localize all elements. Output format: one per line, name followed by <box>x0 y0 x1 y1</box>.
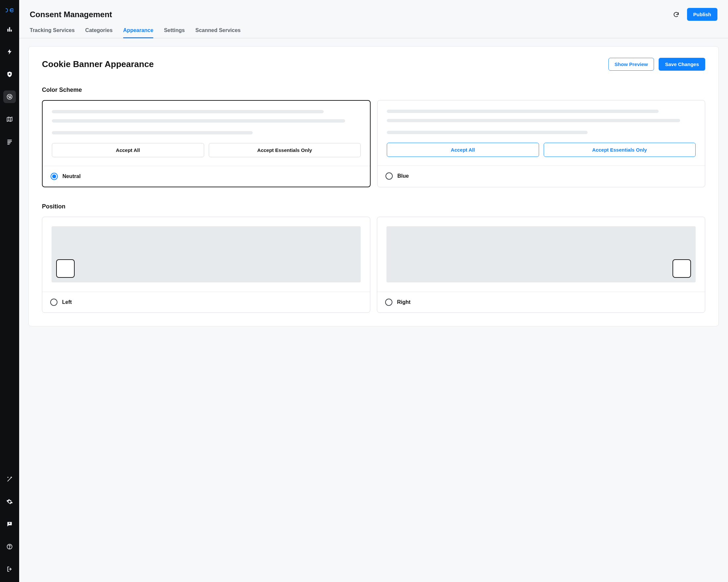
option-label: Neutral <box>62 174 81 179</box>
tab-categories[interactable]: Categories <box>85 27 113 38</box>
option-label: Left <box>62 299 72 305</box>
preview-neutral: Accept All Accept Essentials Only <box>43 101 370 166</box>
section-color-scheme-title: Color Scheme <box>42 86 705 94</box>
radio-left[interactable] <box>50 299 57 306</box>
skeleton-line <box>52 119 345 123</box>
cookie-icon[interactable] <box>3 90 16 103</box>
preview-accept-all: Accept All <box>387 143 539 157</box>
preview-position-right <box>387 226 696 283</box>
svg-point-6 <box>10 96 10 97</box>
page-header: Consent Management Publish <box>19 0 728 21</box>
color-scheme-blue[interactable]: Accept All Accept Essentials Only Blue <box>377 100 705 187</box>
svg-point-7 <box>9 98 9 98</box>
color-scheme-neutral[interactable]: Accept All Accept Essentials Only Neutra… <box>42 100 371 187</box>
option-label: Right <box>397 299 411 305</box>
preview-accept-essentials: Accept Essentials Only <box>209 143 361 157</box>
settings-icon[interactable] <box>3 496 16 508</box>
preview-accept-essentials: Accept Essentials Only <box>544 143 696 157</box>
tab-scanned-services[interactable]: Scanned Services <box>196 27 241 38</box>
skeleton-line <box>52 110 324 113</box>
preview-position-left <box>52 226 361 283</box>
svg-point-4 <box>7 95 12 100</box>
svg-point-5 <box>8 96 9 97</box>
position-left[interactable]: Left <box>42 217 370 313</box>
logout-icon[interactable] <box>3 563 16 575</box>
svg-rect-0 <box>7 29 8 31</box>
tabs: Tracking Services Categories Appearance … <box>19 21 728 38</box>
feedback-icon[interactable] <box>3 518 16 530</box>
preview-accept-all: Accept All <box>52 143 204 157</box>
help-icon[interactable] <box>3 540 16 553</box>
svg-rect-2 <box>10 30 11 32</box>
position-right[interactable]: Right <box>377 217 705 313</box>
show-preview-button[interactable]: Show Preview <box>608 58 654 71</box>
bolt-icon[interactable] <box>3 46 16 58</box>
tab-appearance[interactable]: Appearance <box>123 27 154 38</box>
skeleton-line <box>52 131 253 134</box>
save-changes-button[interactable]: Save Changes <box>659 58 705 71</box>
section-position-title: Position <box>42 203 705 210</box>
tab-tracking-services[interactable]: Tracking Services <box>30 27 75 38</box>
svg-rect-1 <box>9 27 10 31</box>
publish-button[interactable]: Publish <box>687 8 718 21</box>
security-icon[interactable] <box>3 68 16 81</box>
radio-blue[interactable] <box>386 173 393 180</box>
magic-icon[interactable] <box>3 473 16 485</box>
map-icon[interactable] <box>3 113 16 126</box>
preview-box <box>56 259 75 278</box>
page-title: Consent Management <box>30 10 112 19</box>
radio-right[interactable] <box>385 299 392 306</box>
option-label: Blue <box>397 173 409 179</box>
position-options: Left Right <box>42 217 705 313</box>
main-area: Consent Management Publish Tracking Serv… <box>19 0 728 582</box>
skeleton-line <box>387 119 680 122</box>
sidebar <box>0 0 19 582</box>
refresh-button[interactable] <box>672 10 680 19</box>
preview-box <box>673 259 691 278</box>
svg-point-10 <box>9 548 10 548</box>
skeleton-line <box>387 110 659 113</box>
tab-settings[interactable]: Settings <box>164 27 185 38</box>
analytics-icon[interactable] <box>3 23 16 36</box>
card-title: Cookie Banner Appearance <box>42 59 154 69</box>
svg-point-3 <box>9 73 10 75</box>
list-icon[interactable] <box>3 135 16 148</box>
svg-point-8 <box>10 97 11 98</box>
appearance-card: Cookie Banner Appearance Show Preview Sa… <box>28 46 719 326</box>
radio-neutral[interactable] <box>51 173 58 180</box>
color-scheme-options: Accept All Accept Essentials Only Neutra… <box>42 100 705 187</box>
dg-logo[interactable] <box>5 7 14 15</box>
preview-blue: Accept All Accept Essentials Only <box>378 100 705 166</box>
skeleton-line <box>387 131 588 134</box>
